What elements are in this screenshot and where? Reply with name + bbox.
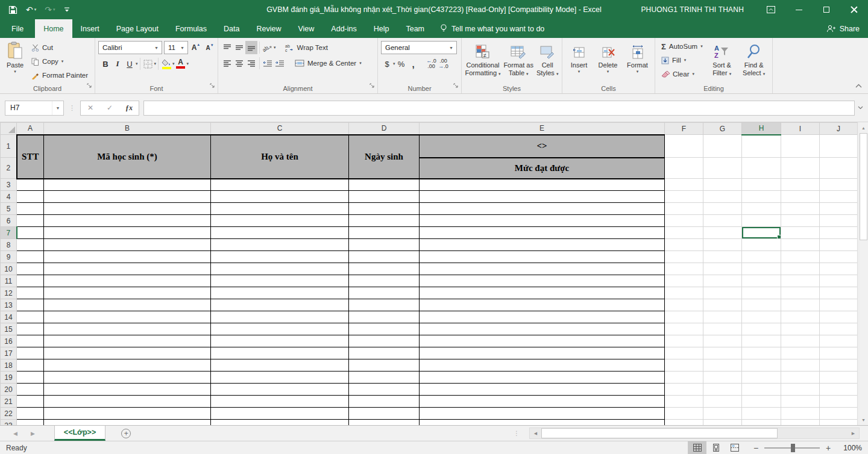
cell-H20[interactable] (742, 384, 781, 396)
cell-A7[interactable] (17, 227, 44, 239)
sheet-nav-right-icon[interactable]: ▶ (31, 431, 35, 437)
cell-H9[interactable] (742, 251, 781, 263)
cell-E10[interactable] (420, 263, 665, 275)
font-name-combo[interactable]: Calibri▼ (98, 41, 162, 54)
zoom-out-button[interactable]: − (749, 443, 763, 453)
cell-G23[interactable] (703, 420, 742, 426)
cell-F17[interactable] (665, 347, 703, 359)
cell-A6[interactable] (17, 215, 44, 227)
cell-E4[interactable] (420, 191, 665, 203)
format-cells-button[interactable]: Format ▾ (624, 40, 652, 84)
cell-A15[interactable] (17, 323, 44, 335)
redo-button[interactable]: ↷▾ (45, 5, 55, 14)
cell-A18[interactable] (17, 359, 44, 372)
col-header-E[interactable]: E (420, 123, 665, 135)
cell-F8[interactable] (665, 239, 703, 251)
align-left-button[interactable] (221, 57, 233, 70)
row-header-4[interactable]: 4 (1, 191, 17, 203)
format-dropdown-icon[interactable]: ▾ (637, 69, 639, 74)
cell-E14[interactable] (420, 311, 665, 323)
cell-F4[interactable] (665, 191, 703, 203)
scroll-left-icon[interactable]: ◀ (530, 428, 541, 438)
vertical-scroll-thumb[interactable] (860, 133, 867, 240)
align-center-button[interactable] (233, 57, 245, 70)
cell-C11[interactable] (211, 275, 349, 287)
col-header-C[interactable]: C (211, 123, 349, 135)
tab-view[interactable]: View (289, 19, 322, 38)
cell-J3[interactable] (820, 179, 858, 191)
row-header-23[interactable]: 23 (1, 420, 17, 426)
number-format-combo[interactable]: General▼ (381, 41, 457, 54)
cell-J23[interactable] (820, 420, 858, 426)
bold-button[interactable]: B (99, 57, 112, 70)
col-header-I[interactable]: I (781, 123, 820, 135)
font-color-button[interactable]: A (175, 57, 187, 70)
tab-data[interactable]: Data (215, 19, 248, 38)
cut-button[interactable]: Cut (30, 41, 90, 54)
cell-D14[interactable] (349, 311, 420, 323)
cell-I20[interactable] (781, 384, 820, 396)
cell-H14[interactable] (742, 311, 781, 323)
insert-function-icon[interactable]: ƒx (119, 104, 139, 113)
cell-I16[interactable] (781, 335, 820, 347)
cell-F10[interactable] (665, 263, 703, 275)
wrap-text-button[interactable]: abc Wrap Text (283, 41, 330, 54)
row-header-12[interactable]: 12 (1, 287, 17, 299)
tab-help[interactable]: Help (365, 19, 398, 38)
cell-styles-button[interactable]: CellStyles ▾ (535, 40, 560, 84)
row-header-10[interactable]: 10 (1, 263, 17, 275)
cell-H23[interactable] (742, 420, 781, 426)
cell-E19[interactable] (420, 372, 665, 384)
select-all[interactable] (1, 123, 17, 135)
cell-G13[interactable] (703, 299, 742, 311)
cell-C21[interactable] (211, 396, 349, 408)
cell-E15[interactable] (420, 323, 665, 335)
cell-I1[interactable] (781, 135, 820, 158)
cell-D10[interactable] (349, 263, 420, 275)
cell-A21[interactable] (17, 396, 44, 408)
decrease-decimal-button[interactable]: .00→.0 (438, 57, 450, 70)
cell-J15[interactable] (820, 323, 858, 335)
format-painter-button[interactable]: Format Painter (30, 69, 90, 82)
cell-I21[interactable] (781, 396, 820, 408)
cell-J1[interactable] (820, 135, 858, 158)
row-header-18[interactable]: 18 (1, 359, 17, 372)
borders-button[interactable] (142, 57, 154, 70)
cell-J16[interactable] (820, 335, 858, 347)
font-color-dropdown-icon[interactable]: ▾ (187, 61, 189, 66)
cell-A17[interactable] (17, 347, 44, 359)
row-header-17[interactable]: 17 (1, 347, 17, 359)
cell-G22[interactable] (703, 408, 742, 420)
cell-F18[interactable] (665, 359, 703, 372)
delete-dropdown-icon[interactable]: ▾ (607, 69, 609, 74)
maximize-button[interactable] (813, 0, 840, 19)
find-select-button[interactable]: Find &Select ▾ (740, 40, 769, 84)
cell-G8[interactable] (703, 239, 742, 251)
cell-J22[interactable] (820, 408, 858, 420)
row-header-6[interactable]: 6 (1, 215, 17, 227)
col-header-B[interactable]: B (44, 123, 211, 135)
cell-H15[interactable] (742, 323, 781, 335)
cell-E2[interactable]: Mức đạt được (420, 158, 665, 179)
cell-E3[interactable] (420, 179, 665, 191)
cell-D23[interactable] (349, 420, 420, 426)
cell-D21[interactable] (349, 396, 420, 408)
cell-D4[interactable] (349, 191, 420, 203)
merge-center-button[interactable]: Merge & Center ▾ (293, 57, 363, 70)
zoom-in-button[interactable]: + (821, 443, 835, 453)
cell-I22[interactable] (781, 408, 820, 420)
insert-cells-button[interactable]: Insert ▾ (566, 40, 593, 84)
cell-D8[interactable] (349, 239, 420, 251)
cell-B17[interactable] (44, 347, 211, 359)
cell-H12[interactable] (742, 287, 781, 299)
cell-G4[interactable] (703, 191, 742, 203)
sort-filter-dropdown-icon[interactable]: ▾ (729, 72, 732, 76)
cell-A4[interactable] (17, 191, 44, 203)
tab-bar-grip[interactable]: ⋮ (514, 426, 520, 441)
cell-G15[interactable] (703, 323, 742, 335)
cell-I17[interactable] (781, 347, 820, 359)
cell-D22[interactable] (349, 408, 420, 420)
col-header-A[interactable]: A (17, 123, 44, 135)
ribbon-display-options-button[interactable] (757, 0, 785, 19)
cell-B7[interactable] (44, 227, 211, 239)
